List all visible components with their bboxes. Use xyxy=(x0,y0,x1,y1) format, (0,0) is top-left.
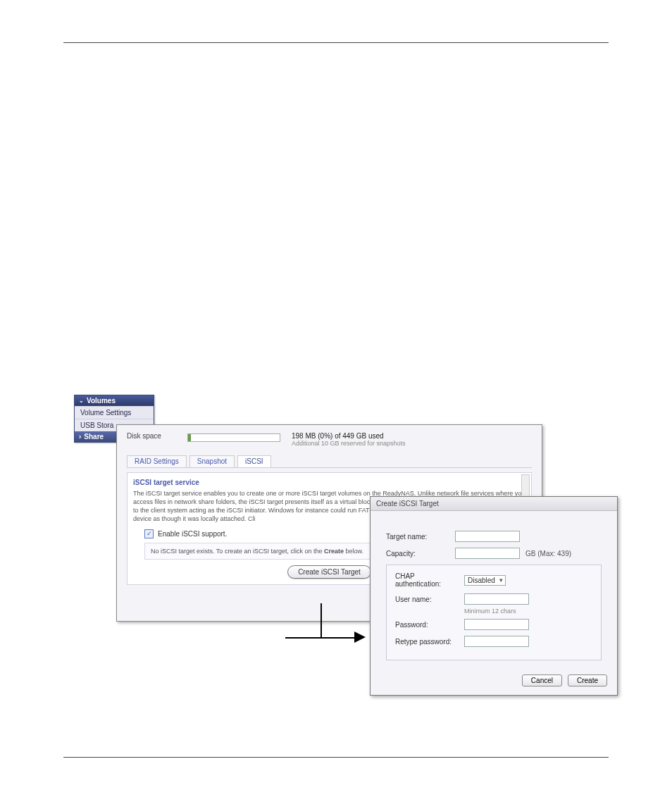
chevron-down-icon: ⌄ xyxy=(79,398,84,404)
chap-auth-select[interactable]: Disabled xyxy=(464,575,506,586)
arrow-head-icon xyxy=(354,632,366,643)
disk-usage-fill xyxy=(188,434,191,441)
tab-snapshot[interactable]: Snapshot xyxy=(189,455,235,467)
create-iscsi-target-button[interactable]: Create iSCSI Target xyxy=(287,565,371,579)
sidebar-item-volume-settings[interactable]: Volume Settings xyxy=(75,406,154,419)
dialog-title: Create iSCSI Target xyxy=(371,497,617,511)
section-title: iSCSI target service xyxy=(133,479,525,486)
sidebar-header-label: Volumes xyxy=(87,397,116,405)
user-name-label: User name: xyxy=(395,596,459,603)
no-target-post: below. xyxy=(344,548,363,555)
target-name-input[interactable] xyxy=(455,531,520,542)
bottom-horizontal-rule xyxy=(63,757,609,758)
screenshot-composite: ⌄ Volumes Volume Settings USB Stora › Sh… xyxy=(74,395,623,698)
enable-iscsi-label: Enable iSCSI support. xyxy=(158,530,227,538)
no-target-pre: No iSCSI target exists. To create an iSC… xyxy=(151,548,324,555)
chap-fieldset: CHAP authentication: Disabled User name:… xyxy=(386,565,602,660)
sidebar-selected-label: Share xyxy=(84,433,104,441)
tab-bar: RAID Settings Snapshot iSCSI xyxy=(127,455,532,468)
no-target-bold: Create xyxy=(324,548,344,555)
enable-iscsi-checkbox[interactable]: ✓ xyxy=(144,529,154,538)
disk-usage-bar xyxy=(187,433,280,442)
password-input[interactable] xyxy=(464,619,529,630)
disk-usage-text: 198 MB (0%) of 449 GB used xyxy=(292,432,406,440)
arrow-horizontal xyxy=(285,637,361,639)
min-chars-hint: Minimum 12 chars xyxy=(464,608,592,615)
arrow-vertical xyxy=(321,603,322,637)
disk-space-label: Disk space xyxy=(127,432,176,440)
chevron-right-icon: › xyxy=(79,433,81,441)
tab-iscsi[interactable]: iSCSI xyxy=(237,455,271,467)
disk-usage-sub: Additional 10 GB reserved for snapshots xyxy=(292,440,406,447)
chap-auth-label: CHAP authentication: xyxy=(395,572,459,588)
top-horizontal-rule xyxy=(63,42,609,43)
cancel-button[interactable]: Cancel xyxy=(522,674,562,686)
capacity-input[interactable] xyxy=(455,548,520,559)
capacity-label: Capacity: xyxy=(386,550,449,557)
retype-password-label: Retype password: xyxy=(395,638,459,646)
password-label: Password: xyxy=(395,621,459,629)
user-name-input[interactable] xyxy=(464,593,529,605)
target-name-label: Target name: xyxy=(386,533,449,541)
tab-raid-settings[interactable]: RAID Settings xyxy=(127,455,187,467)
capacity-unit: GB (Max: 439) xyxy=(525,550,571,557)
disk-space-row: Disk space 198 MB (0%) of 449 GB used Ad… xyxy=(127,432,532,447)
create-button[interactable]: Create xyxy=(568,674,607,686)
create-iscsi-dialog: Create iSCSI Target Target name: Capacit… xyxy=(370,496,618,696)
sidebar-header-volumes[interactable]: ⌄ Volumes xyxy=(75,395,154,406)
retype-password-input[interactable] xyxy=(464,636,529,647)
